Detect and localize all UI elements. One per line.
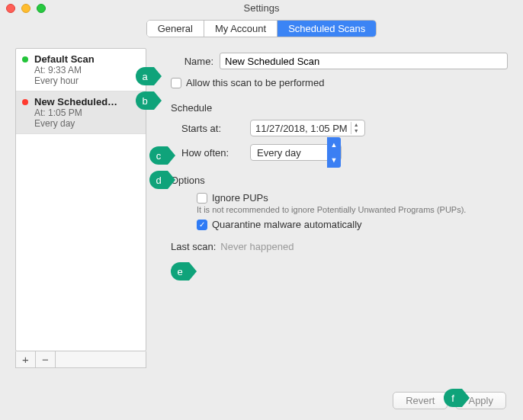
remove-button[interactable]: − [36, 351, 56, 367]
detail-pane: Name: Allow this scan to be performed Sc… [160, 48, 508, 368]
last-scan-label: Last scan: [171, 241, 216, 252]
scan-freq: Every hour [34, 75, 140, 86]
list-item[interactable]: New Scheduled… At: 1:05 PM Every day [16, 91, 146, 134]
callout-b: b [136, 91, 154, 110]
callout-e: e [171, 262, 189, 281]
options-title: Options [171, 175, 508, 186]
quarantine-checkbox[interactable]: ✓ [197, 220, 207, 230]
window-title: Settings [6, 0, 517, 17]
stepper-icon[interactable]: ▲▼ [351, 122, 361, 134]
how-often-select[interactable]: Every day ▲▼ [250, 144, 342, 161]
list-item[interactable]: Default Scan At: 9:33 AM Every hour [16, 49, 146, 91]
tab-scheduled-scans[interactable]: Scheduled Scans [278, 21, 376, 37]
add-button[interactable]: + [16, 351, 36, 367]
callout-a: a [136, 67, 154, 85]
scan-name: Default Scan [34, 53, 140, 65]
status-dot-icon [22, 56, 28, 63]
scan-time: At: 1:05 PM [34, 107, 140, 118]
callout-d: d [149, 171, 168, 189]
how-often-label: How often: [181, 147, 250, 159]
ignore-pups-label: Ignore PUPs [212, 192, 268, 204]
window-controls [6, 4, 46, 13]
sidebar: Default Scan At: 9:33 AM Every hour New … [15, 48, 146, 368]
ignore-pups-hint: It is not recommended to ignore Potentia… [175, 205, 508, 214]
zoom-icon[interactable] [37, 4, 46, 13]
schedule-title: Schedule [171, 102, 508, 114]
starts-at-value: 11/27/2018, 1:05 PM [255, 123, 348, 134]
status-dot-icon [22, 99, 28, 105]
close-icon[interactable] [6, 4, 15, 13]
name-input[interactable] [220, 53, 508, 69]
last-scan-value: Never happened [220, 241, 294, 252]
tab-my-account[interactable]: My Account [204, 21, 278, 37]
ignore-pups-checkbox[interactable] [197, 193, 207, 204]
scan-freq: Every day [34, 118, 140, 129]
chevron-up-down-icon: ▲▼ [327, 137, 341, 168]
tabs: General My Account Scheduled Scans [0, 20, 523, 37]
callout-c: c [149, 146, 168, 165]
starts-at-label: Starts at: [181, 123, 250, 134]
revert-button[interactable]: Revert [393, 392, 448, 409]
titlebar: Settings [0, 0, 523, 17]
list-toolbar: + − [15, 351, 146, 368]
scan-time: At: 9:33 AM [34, 65, 140, 75]
allow-label: Allow this scan to be performed [186, 77, 324, 88]
starts-at-field[interactable]: 11/27/2018, 1:05 PM ▲▼ [250, 120, 365, 136]
scan-list: Default Scan At: 9:33 AM Every hour New … [15, 48, 146, 351]
quarantine-label: Quarantine malware automatically [212, 219, 362, 230]
minimize-icon[interactable] [21, 4, 30, 13]
tab-general[interactable]: General [147, 21, 204, 37]
callout-f: f [444, 389, 462, 407]
allow-checkbox[interactable] [171, 78, 181, 88]
how-often-value: Every day [257, 147, 301, 159]
name-label: Name: [160, 56, 220, 67]
scan-name: New Scheduled… [34, 96, 140, 107]
